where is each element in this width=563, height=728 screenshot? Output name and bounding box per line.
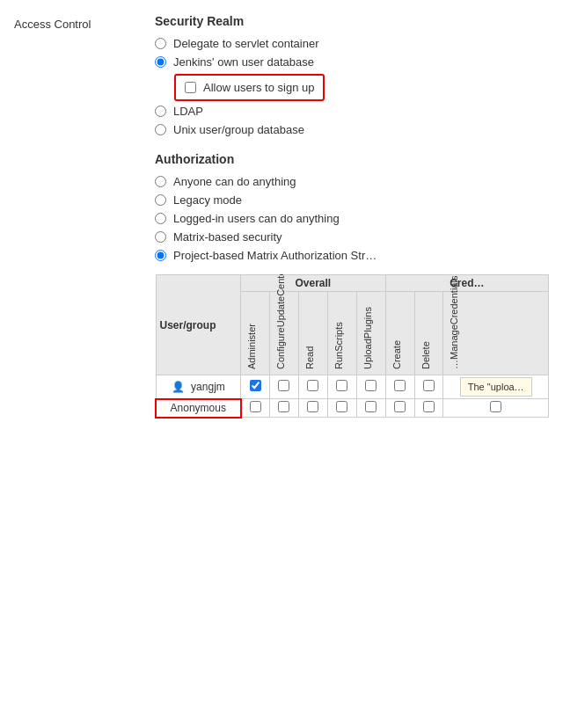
yangjm-read[interactable]: [298, 375, 327, 399]
tooltip-upload: The "uploa…: [460, 377, 532, 397]
col-manage-cred: …ManageCredentials…: [443, 292, 549, 375]
security-realm-title: Security Realm: [155, 14, 549, 28]
authorization-title: Authorization: [155, 152, 549, 166]
radio-matrix-input[interactable]: [155, 231, 166, 243]
radio-logged-in-input[interactable]: [155, 213, 166, 224]
radio-jenkins-db-input[interactable]: [155, 56, 166, 68]
page-title: Access Control: [14, 18, 91, 31]
anon-delete[interactable]: [414, 399, 443, 418]
col-create-text: Create: [390, 294, 404, 373]
anon-read[interactable]: [298, 399, 327, 418]
anon-configure[interactable]: [269, 399, 298, 418]
yangjm-administer-cb[interactable]: [250, 380, 261, 391]
col-delete: Delete: [414, 292, 443, 375]
matrix-user-group-header: User/group: [156, 275, 241, 375]
anon-administer[interactable]: [241, 399, 270, 418]
radio-unix-input[interactable]: [155, 124, 166, 135]
main-content: Security Realm Delegate to servlet conta…: [155, 14, 549, 714]
user-icon: 👤: [172, 381, 185, 393]
col-runscripts-text: RunScripts: [332, 294, 346, 373]
anon-manage[interactable]: [443, 399, 549, 418]
radio-project-matrix[interactable]: Project-based Matrix Authorization Str…: [155, 249, 549, 262]
radio-matrix-label: Matrix-based security: [173, 230, 282, 244]
matrix-table: User/group Overall Cred… Administer Conf…: [155, 274, 549, 419]
col-uploadplugins: UploadPlugins: [356, 292, 385, 375]
yangjm-manage[interactable]: The "uploa…: [443, 375, 549, 399]
anon-manage-cb[interactable]: [490, 401, 501, 412]
radio-delegate-input[interactable]: [155, 38, 166, 49]
radio-ldap-input[interactable]: [155, 106, 166, 117]
anon-runscripts[interactable]: [327, 399, 356, 418]
col-administer: Administer: [241, 292, 270, 375]
col-runscripts: RunScripts: [327, 292, 356, 375]
matrix-cred-header: Cred…: [385, 275, 548, 292]
anon-upload[interactable]: [356, 399, 385, 418]
anon-administer-cb[interactable]: [250, 401, 261, 412]
radio-project-matrix-input[interactable]: [155, 250, 166, 261]
radio-jenkins-db-label: Jenkins' own user database: [173, 55, 314, 69]
radio-matrix[interactable]: Matrix-based security: [155, 230, 549, 244]
allow-signup-container: Allow users to sign up: [174, 74, 325, 101]
radio-unix[interactable]: Unix user/group database: [155, 123, 549, 136]
radio-ldap-label: LDAP: [173, 105, 203, 118]
user-yangjm: 👤 yangjm: [156, 375, 241, 399]
allow-signup-checkbox[interactable]: [185, 82, 196, 93]
user-anonymous: Anonymous: [156, 399, 241, 418]
anon-create-cb[interactable]: [394, 401, 406, 412]
col-uploadplugins-text: UploadPlugins: [361, 294, 375, 373]
user-anonymous-name: Anonymous: [171, 402, 226, 414]
yangjm-runscripts[interactable]: [327, 375, 356, 399]
col-administer-text: Administer: [245, 294, 259, 373]
col-configure-update: ConfigureUpdateCenter: [269, 292, 298, 375]
section-label: Access Control: [14, 14, 155, 714]
matrix-wrapper: User/group Overall Cred… Administer Conf…: [155, 274, 549, 419]
radio-jenkins-db[interactable]: Jenkins' own user database: [155, 55, 549, 69]
yangjm-delete-cb[interactable]: [423, 380, 435, 391]
radio-legacy-input[interactable]: [155, 194, 166, 206]
table-row-anonymous: Anonymous: [156, 399, 549, 418]
col-configure-update-text: ConfigureUpdateCenter: [274, 294, 288, 373]
radio-anyone-label: Anyone can do anything: [173, 175, 296, 188]
radio-unix-label: Unix user/group database: [173, 123, 304, 136]
radio-logged-in-label: Logged-in users can do anything: [173, 212, 340, 225]
yangjm-create[interactable]: [385, 375, 414, 399]
radio-delegate-label: Delegate to servlet container: [173, 37, 318, 50]
anon-create[interactable]: [385, 399, 414, 418]
radio-delegate[interactable]: Delegate to servlet container: [155, 37, 549, 50]
anon-upload-cb[interactable]: [365, 401, 377, 412]
yangjm-configure-cb[interactable]: [278, 380, 289, 391]
anon-read-cb[interactable]: [307, 401, 318, 412]
table-row-yangjm: 👤 yangjm: [156, 375, 549, 399]
anon-delete-cb[interactable]: [423, 401, 435, 412]
allow-signup-text: Allow users to sign up: [203, 81, 314, 94]
col-delete-text: Delete: [419, 294, 433, 373]
yangjm-administer[interactable]: [241, 375, 270, 399]
yangjm-create-cb[interactable]: [394, 380, 406, 391]
col-manage-cred-text: …ManageCredentials…: [447, 294, 461, 373]
yangjm-runscripts-cb[interactable]: [336, 380, 347, 391]
yangjm-configure[interactable]: [269, 375, 298, 399]
radio-logged-in[interactable]: Logged-in users can do anything: [155, 212, 549, 225]
allow-signup-label[interactable]: Allow users to sign up: [185, 81, 314, 94]
page-container: Access Control Security Realm Delegate t…: [0, 0, 563, 728]
radio-ldap[interactable]: LDAP: [155, 105, 549, 118]
anon-runscripts-cb[interactable]: [336, 401, 347, 412]
col-create: Create: [385, 292, 414, 375]
col-read-text: Read: [303, 294, 317, 373]
radio-legacy-label: Legacy mode: [173, 193, 242, 207]
yangjm-upload[interactable]: [356, 375, 385, 399]
radio-legacy[interactable]: Legacy mode: [155, 193, 549, 207]
col-read: Read: [298, 292, 327, 375]
yangjm-delete[interactable]: [414, 375, 443, 399]
yangjm-read-cb[interactable]: [307, 380, 318, 391]
yangjm-upload-cb[interactable]: [365, 380, 377, 391]
user-yangjm-name: yangjm: [191, 381, 225, 393]
radio-project-matrix-label: Project-based Matrix Authorization Str…: [173, 249, 377, 262]
radio-anyone-input[interactable]: [155, 176, 166, 187]
radio-anyone[interactable]: Anyone can do anything: [155, 175, 549, 188]
matrix-overall-header: Overall: [241, 275, 386, 292]
anon-configure-cb[interactable]: [278, 401, 289, 412]
